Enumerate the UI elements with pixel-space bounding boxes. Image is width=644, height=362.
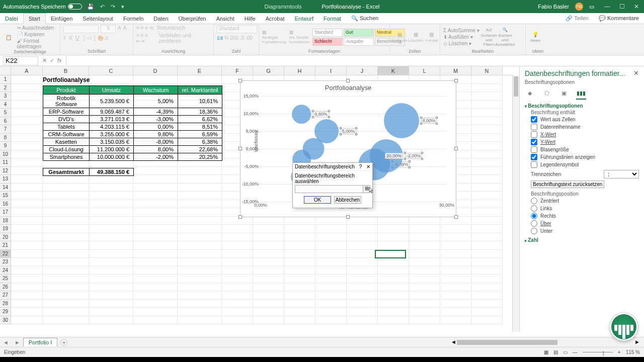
style-standard[interactable]: Standard (312, 29, 343, 37)
insert-cells-button[interactable]: ▦Einfügen (393, 27, 406, 47)
close-icon[interactable]: ✕ (634, 3, 639, 10)
fx-icon[interactable]: fx (57, 57, 62, 64)
tab-insert[interactable]: Einfügen (46, 14, 77, 24)
range-input[interactable] (295, 186, 363, 193)
sheet-nav-next[interactable]: ► (12, 339, 23, 345)
chart-title[interactable]: Portfolioanalyse (240, 84, 456, 92)
active-cell[interactable] (375, 250, 406, 258)
tab-acrobat[interactable]: Acrobat (261, 14, 290, 24)
horizontal-scrollbar[interactable]: ◄► (450, 339, 641, 346)
style-output[interactable]: Ausgabe (344, 38, 374, 46)
tab-formulas[interactable]: Formeln (118, 14, 148, 24)
chk-legend-key[interactable]: Legendensymbol (531, 161, 639, 168)
cancel-fx-icon[interactable]: ✕ (42, 57, 47, 64)
bubble[interactable] (384, 103, 419, 138)
section-label-options[interactable]: Beschriftungsoptionen (525, 103, 639, 109)
view-layout-icon[interactable]: ▤ (553, 349, 558, 355)
bubble[interactable] (292, 105, 311, 124)
sheet-tab[interactable]: Portfolio I (23, 338, 57, 346)
view-normal-icon[interactable]: ▦ (544, 349, 548, 355)
enter-fx-icon[interactable]: ✓ (50, 57, 54, 64)
add-sheet-button[interactable]: + (60, 339, 67, 346)
dialog-close-icon[interactable]: ✕ (366, 164, 370, 169)
tab-data[interactable]: Daten (148, 14, 173, 24)
tab-design[interactable]: Entwurf (290, 14, 318, 24)
format-data-labels-pane: ✕ Datenbeschriftungen formatier... Besch… (519, 66, 644, 332)
style-bad[interactable]: Schlecht (312, 38, 343, 46)
zoom-in-icon[interactable]: + (618, 349, 621, 355)
separator-select[interactable]: ; (604, 170, 639, 178)
tab-help[interactable]: Hilfe (239, 14, 261, 24)
size-options-icon[interactable]: ▣ (559, 88, 569, 98)
name-box[interactable] (3, 56, 38, 65)
chk-bubble-size[interactable]: Blasengröße (531, 146, 639, 153)
sort-filter-button[interactable]: A/ZSortieren und Filtern (482, 27, 496, 47)
data-label[interactable]: 9,80% (313, 111, 329, 117)
effects-options-icon[interactable]: ⬠ (542, 88, 552, 98)
style-good[interactable]: Gut (344, 29, 374, 37)
view-break-icon[interactable]: ▭ (563, 349, 568, 355)
comments-button[interactable]: 💬 Kommentare (594, 13, 644, 24)
rad-above[interactable]: Über (531, 220, 639, 227)
tab-start[interactable]: Start (23, 13, 46, 24)
share-button[interactable]: 🔗 Teilen (560, 13, 594, 24)
cancel-button[interactable]: Abbrechen (334, 196, 361, 204)
user-name[interactable]: Fabio Basler (538, 4, 569, 10)
fill-button[interactable]: ⬇ Ausfüllen ▾ (443, 34, 479, 40)
zoom-out-icon[interactable]: — (573, 349, 578, 355)
pane-title: Datenbeschriftungen formatier... (525, 69, 639, 77)
delete-cells-button[interactable]: ▦Löschen (409, 27, 422, 47)
chk-leader-lines[interactable]: Führungslinien anzeigen (531, 154, 639, 160)
chk-series-name[interactable]: Datenreihenname (531, 124, 639, 130)
quick-access-toolbar[interactable]: 💾↶↷▾ (87, 4, 124, 10)
paste-button[interactable]: 📋 (3, 27, 14, 47)
autosum-button[interactable]: Σ AutoSumme ▾ (443, 28, 479, 33)
copy-button[interactable]: 📄 Kopieren (17, 32, 57, 37)
dialog-help-icon[interactable]: ? (359, 164, 362, 169)
ok-button[interactable]: OK (304, 196, 331, 204)
avatar[interactable]: FB (575, 3, 583, 11)
tab-layout[interactable]: Seitenlayout (77, 14, 118, 24)
tab-view[interactable]: Ansicht (211, 14, 239, 24)
worksheet-grid[interactable]: A B C D E F G H I J K L M N 123456789101… (0, 66, 513, 332)
reset-label-button[interactable]: Beschriftungstext zurücksetzen (531, 180, 604, 188)
rad-left[interactable]: Links (531, 205, 639, 212)
data-label[interactable]: 8,00% (421, 118, 437, 124)
chk-value-from-cells[interactable]: Wert aus Zellen (531, 116, 639, 123)
rad-below[interactable]: Unter (531, 228, 639, 234)
clear-button[interactable]: ◇ Löschen ▾ (443, 41, 479, 46)
find-button[interactable]: 🔍Suchen und Auswählen (499, 27, 512, 47)
table-format-button[interactable]: ▦ (289, 30, 309, 35)
tab-format[interactable]: Format (318, 14, 346, 24)
data-table: Portfolioanalyse Produkt Umsatz Wachstum… (43, 76, 222, 176)
rad-right[interactable]: Rechts (531, 213, 639, 219)
formula-input[interactable] (66, 56, 644, 65)
pane-close-icon[interactable]: ✕ (633, 69, 639, 77)
chk-x-value[interactable]: X-Wert (531, 131, 639, 138)
section-number[interactable]: Zahl (525, 237, 639, 243)
tab-review[interactable]: Überprüfen (174, 14, 211, 24)
rad-center[interactable]: Zentriert (531, 198, 639, 204)
autosave-toggle[interactable]: Automatisches Speichern (3, 4, 82, 10)
maximize-icon[interactable]: ☐ (619, 3, 625, 10)
status-mode: Eingeben (4, 349, 25, 355)
ribbon-mode-icon[interactable]: ▭ (589, 4, 594, 10)
cut-button[interactable]: ✂ Ausschneiden (17, 25, 57, 31)
fill-options-icon[interactable]: ◆ (525, 88, 535, 98)
search-box[interactable]: 🔍 Suchen (346, 13, 383, 24)
data-label[interactable]: 5,00% (341, 128, 357, 134)
cond-format-button[interactable]: ▦ (262, 30, 286, 35)
select-all-corner[interactable] (0, 66, 11, 75)
format-cells-button[interactable]: ▦Format (425, 27, 438, 47)
ideas-button[interactable]: 💡Ideen (529, 27, 542, 47)
zoom-level[interactable]: 115 % (626, 349, 640, 355)
format-painter-button[interactable]: 🖌 Format übertragen (17, 38, 57, 49)
chk-y-value[interactable]: Y-Wert (531, 139, 639, 145)
minimize-icon[interactable]: — (604, 3, 610, 10)
data-label[interactable]: -2,00% (405, 153, 423, 159)
tab-file[interactable]: Datei (0, 14, 23, 24)
label-options-icon[interactable]: ▮▮▮ (576, 88, 586, 98)
vertical-scrollbar[interactable] (512, 75, 519, 332)
bubble[interactable] (303, 138, 325, 160)
sheet-nav-prev[interactable]: ◄ (0, 339, 12, 345)
